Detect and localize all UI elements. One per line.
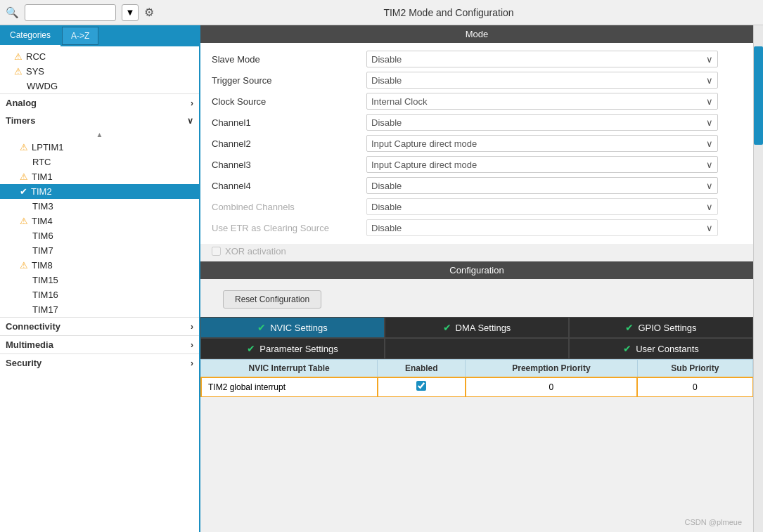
tree-item-tim1[interactable]: ⚠ TIM1 [0,169,199,184]
warn-icon-tim1: ⚠ [20,171,28,182]
tab-categories[interactable]: Categories [0,25,60,46]
tree-list: ⚠ RCC ⚠ SYS WWDG Analog › Timers ∨ [0,46,199,532]
channel4-row: Channel4 Disable ∨ [212,175,742,196]
col-sub-priority: Sub Priority [637,360,752,377]
tab-param-label: Parameter Settings [259,344,338,354]
tree-item-tim16[interactable]: TIM16 [0,287,199,302]
section-multimedia[interactable]: Multimedia › [0,335,199,353]
reset-btn-wrap: Reset Configuration [200,279,753,317]
tab-nvic-label: NVIC Settings [270,323,328,333]
chevron-down-icon3: ∨ [706,96,713,107]
chevron-down-icon8: ∨ [706,202,713,212]
check-icon-nvic: ✔ [257,322,266,333]
chevron-down-icon5: ∨ [706,138,713,149]
nvic-enabled-checkbox[interactable] [416,381,426,391]
col-interrupt-table: NVIC Interrupt Table [201,360,378,377]
channel2-row: Channel2 Input Capture direct mode ∨ [212,133,742,154]
nvic-interrupt-name: TIM2 global interrupt [201,377,378,397]
tree-item-lptim1[interactable]: ⚠ LPTIM1 [0,140,199,155]
check-icon-param: ✔ [247,343,255,354]
section-timers[interactable]: Timers ∨ [0,112,199,129]
gear-icon[interactable]: ⚙ [144,6,154,19]
right-scrollbar[interactable] [753,25,763,532]
check-icon-user: ✔ [623,343,631,354]
tree-item-tim2[interactable]: ✔ TIM2 [0,184,199,199]
nvic-preemption-cell: 0 [466,377,637,397]
combined-channels-row: Combined Channels Disable ∨ [212,196,742,217]
config-tabs: ✔ NVIC Settings ✔ DMA Settings ✔ GPIO Se… [200,317,753,359]
channel3-dropdown[interactable]: Input Capture direct mode ∨ [366,156,718,173]
channel2-label: Channel2 [212,138,366,149]
section-security[interactable]: Security › [0,353,199,372]
check-icon-tim2: ✔ [20,186,27,197]
window-title: TIM2 Mode and Configuration [160,7,738,18]
tab-empty [385,338,569,359]
warn-icon-tim4: ⚠ [20,216,28,226]
xor-checkbox [212,247,221,256]
config-section-header: Configuration [200,261,753,279]
chevron-down-icon6: ∨ [706,160,713,170]
tree-item-tim4[interactable]: ⚠ TIM4 [0,214,199,228]
tree-item-tim6[interactable]: TIM6 [0,228,199,243]
tree-item-tim8[interactable]: ⚠ TIM8 [0,258,199,273]
section-analog[interactable]: Analog › [0,93,199,112]
chevron-down-icon: ∨ [706,54,713,65]
slave-mode-dropdown[interactable]: Disable ∨ [366,51,718,67]
check-icon-dma: ✔ [443,322,451,333]
scroll-up-arrow[interactable]: ▲ [0,129,199,140]
section-connectivity[interactable]: Connectivity › [0,317,199,335]
col-enabled: Enabled [378,360,466,377]
check-icon-gpio: ✔ [625,322,634,333]
category-tabs: Categories A->Z [0,25,199,46]
combined-channels-dropdown: Disable ∨ [366,198,718,215]
tab-gpio-label: GPIO Settings [638,323,696,333]
search-input[interactable] [25,4,116,21]
chevron-multimedia: › [191,340,193,350]
top-bar: 🔍 ▼ ⚙ TIM2 Mode and Configuration [0,0,763,25]
tab-nvic-settings[interactable]: ✔ NVIC Settings [200,317,385,338]
slave-mode-row: Slave Mode Disable ∨ [212,48,742,70]
use-etr-row: Use ETR as Clearing Source Disable ∨ [212,217,742,238]
chevron-connectivity: › [191,322,193,332]
nvic-enabled-cell [378,377,466,397]
use-etr-label: Use ETR as Clearing Source [212,223,366,233]
tree-item-rcc[interactable]: ⚠ RCC [0,49,199,64]
chevron-timers: ∨ [187,116,193,126]
search-dropdown-btn[interactable]: ▼ [122,4,139,21]
reset-configuration-button[interactable]: Reset Configuration [223,290,321,309]
tree-item-sys[interactable]: ⚠ SYS [0,64,199,79]
tab-dma-settings[interactable]: ✔ DMA Settings [385,317,569,338]
channel4-label: Channel4 [212,181,366,191]
clock-source-label: Clock Source [212,96,366,107]
clock-source-row: Clock Source Internal Clock ∨ [212,91,742,112]
tab-user-label: User Constants [636,344,699,354]
left-panel: Categories A->Z ⚠ RCC ⚠ SYS WWDG Analog [0,25,200,532]
tree-item-tim7[interactable]: TIM7 [0,243,199,258]
right-panel-area: Mode Slave Mode Disable ∨ Trigger Source… [200,25,763,532]
tab-user-constants[interactable]: ✔ User Constants [569,338,753,359]
tab-gpio-settings[interactable]: ✔ GPIO Settings [569,317,753,338]
channel1-label: Channel1 [212,117,366,128]
mode-config-table: Slave Mode Disable ∨ Trigger Source Disa… [200,43,753,244]
col-preemption: Preemption Priority [466,360,637,377]
tree-item-wwdg[interactable]: WWDG [0,79,199,93]
tree-item-tim15[interactable]: TIM15 [0,273,199,287]
trigger-source-row: Trigger Source Disable ∨ [212,70,742,91]
tab-az[interactable]: A->Z [62,27,98,45]
tab-dma-label: DMA Settings [456,323,511,333]
clock-source-dropdown[interactable]: Internal Clock ∨ [366,93,718,110]
tree-item-rtc[interactable]: RTC [0,155,199,169]
watermark: CSDN @plmeue [685,518,742,526]
trigger-source-dropdown[interactable]: Disable ∨ [366,72,718,89]
channel1-dropdown[interactable]: Disable ∨ [366,114,718,131]
channel4-dropdown[interactable]: Disable ∨ [366,177,718,194]
tree-item-tim3[interactable]: TIM3 [0,199,199,214]
tree-item-tim17[interactable]: TIM17 [0,302,199,317]
scroll-thumb[interactable] [754,46,763,145]
chevron-analog: › [191,98,193,108]
chevron-down-icon7: ∨ [706,181,713,191]
channel2-dropdown[interactable]: Input Capture direct mode ∨ [366,135,718,152]
xor-row: XOR activation [200,244,753,259]
main-layout: Categories A->Z ⚠ RCC ⚠ SYS WWDG Analog [0,25,763,532]
tab-parameter-settings[interactable]: ✔ Parameter Settings [200,338,385,359]
